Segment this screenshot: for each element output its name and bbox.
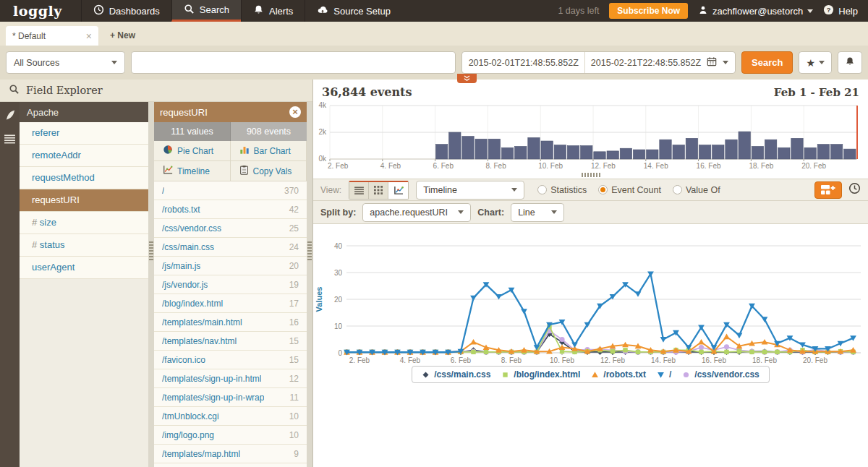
legend-item--css-main-css[interactable]: /css/main.css <box>422 369 490 380</box>
results-main: 36,844 events Feb 1 - Feb 21 2. Feb4. Fe… <box>313 80 868 467</box>
svg-text:2. Feb: 2. Feb <box>349 356 370 364</box>
legend-item--blog-index-html[interactable]: /blog/index.html <box>501 369 580 380</box>
nav-right-cluster: 1 days left Subscribe Now zachflower@use… <box>558 0 868 22</box>
value-row[interactable]: /robots.txt42 <box>154 200 307 219</box>
split-by-select[interactable]: apache.requestURI <box>362 203 471 222</box>
field-item-referer[interactable]: referer <box>20 122 148 145</box>
value-row[interactable]: /templates/nav.html15 <box>154 332 307 351</box>
value-row[interactable]: /css/main.css24 <box>154 238 307 257</box>
field-item-requestMethod[interactable]: requestMethod <box>20 167 148 189</box>
chart-type-label: Chart: <box>477 207 504 218</box>
list-view-icon <box>354 187 364 194</box>
user-menu[interactable]: zachflower@usetorch <box>698 5 813 17</box>
trial-countdown: 1 days left <box>558 6 599 16</box>
timeline-button[interactable]: Timeline <box>154 161 231 181</box>
list-view-button[interactable] <box>349 182 369 199</box>
events-total: 36,844 events <box>322 85 412 99</box>
svg-text:40: 40 <box>334 242 343 250</box>
legend-item--robots-txt[interactable]: /robots.txt <box>591 369 646 380</box>
add-to-dashboard-button[interactable] <box>814 181 842 199</box>
value-row[interactable]: /favicon.ico15 <box>154 351 307 369</box>
values-list: /370/robots.txt42/css/vendor.css25/css/m… <box>154 181 307 467</box>
nav-item-alerts[interactable]: Alerts <box>241 0 305 22</box>
radio-statistics[interactable]: Statistics <box>537 185 587 195</box>
search-toolbar: All Sources 2015-02-01T21:48:55.852Z 201… <box>0 46 868 80</box>
query-expander-button[interactable] <box>457 74 477 83</box>
pie-chart-icon <box>163 145 173 157</box>
value-row[interactable]: /blog/index.html17 <box>154 294 307 313</box>
square-marker-icon <box>501 371 509 379</box>
value-row[interactable]: /js/main.js20 <box>154 257 307 275</box>
field-item-userAgent[interactable]: userAgent <box>20 257 148 279</box>
value-row[interactable]: /templates/main.html16 <box>154 313 307 332</box>
field-item-size[interactable]: # size <box>20 212 148 234</box>
view-toolbar-right <box>814 181 861 199</box>
copy-values-button[interactable]: Copy Vals <box>231 161 307 181</box>
grid-view-button[interactable] <box>369 182 388 199</box>
search-query-input[interactable] <box>137 57 448 68</box>
chart-legend: /css/main.css/blog/index.html/robots.txt… <box>313 366 868 383</box>
close-icon[interactable]: × <box>86 31 92 41</box>
radio-value-of[interactable]: Value Of <box>673 185 720 195</box>
svg-text:20: 20 <box>334 296 343 304</box>
radio-event-count[interactable]: Event Count <box>598 185 661 195</box>
date-from-field[interactable]: 2015-02-01T21:48:55.852Z <box>469 58 579 68</box>
loggly-logo[interactable]: loggly <box>0 0 81 22</box>
events-histogram[interactable]: 2. Feb4. Feb6. Feb8. Feb10. Feb12. Feb14… <box>313 102 868 171</box>
new-tab-button[interactable]: + New <box>110 30 135 40</box>
field-item-status[interactable]: # status <box>20 234 148 257</box>
value-row[interactable]: /js/vendor.js19 <box>154 275 307 294</box>
legend-item--css-vendor-css[interactable]: /css/vendor.css <box>682 369 759 380</box>
results-header: 36,844 events Feb 1 - Feb 21 <box>313 80 868 102</box>
value-row[interactable]: /css/vendor.css25 <box>154 219 307 238</box>
timeline-view-button[interactable] <box>388 182 408 199</box>
sources-select[interactable]: All Sources <box>6 51 125 74</box>
nav-item-search[interactable]: Search <box>171 0 241 22</box>
value-row[interactable]: /blog/css/style.css9 <box>154 463 307 467</box>
value-row[interactable]: /templates/map.html9 <box>154 445 307 463</box>
values-panel: requestURI × 111 values 908 events Pie C… <box>154 102 307 467</box>
field-item-requestURI[interactable]: requestURI <box>20 189 148 212</box>
value-row[interactable]: /templates/sign-up-in-wrap11 <box>154 388 307 407</box>
field-group-apache[interactable]: Apache <box>20 102 148 122</box>
date-to-field[interactable]: 2015-02-21T22:48:55.852Z <box>591 58 701 68</box>
clock-icon[interactable] <box>848 182 861 197</box>
split-line-chart[interactable]: 010203040Values2. Feb4. Feb6. Feb8. Feb1… <box>313 224 868 369</box>
value-row[interactable]: /370 <box>154 181 307 200</box>
date-range-control[interactable]: 2015-02-01T21:48:55.852Z 2015-02-21T22:4… <box>461 51 736 74</box>
values-count-button[interactable]: 111 values <box>154 122 230 141</box>
saved-searches-button[interactable]: ★ <box>799 51 832 74</box>
top-nav: loggly Dashboards Search Alerts Source S… <box>0 0 868 22</box>
values-panel-stats: 111 values 908 events <box>154 122 307 141</box>
split-by-label: Split by: <box>320 207 356 218</box>
legend-item-root[interactable]: / <box>657 369 671 380</box>
quill-icon[interactable] <box>4 109 16 124</box>
svg-text:?: ? <box>827 7 831 14</box>
histogram-resize-handle[interactable] <box>313 171 868 179</box>
panel-resize-handle[interactable] <box>307 102 312 467</box>
search-button[interactable]: Search <box>741 51 793 74</box>
field-list-resize-handle[interactable] <box>148 102 154 467</box>
field-item-remoteAddr[interactable]: remoteAddr <box>20 145 148 167</box>
close-icon[interactable]: × <box>289 106 301 118</box>
tab-default[interactable]: * Default × <box>6 26 98 46</box>
help-menu[interactable]: ? Help <box>823 4 858 17</box>
list-icon[interactable] <box>4 134 15 147</box>
value-row[interactable]: /img/logo.png10 <box>154 426 307 445</box>
svg-text:10. Feb: 10. Feb <box>550 356 574 364</box>
create-alert-button[interactable] <box>838 51 862 74</box>
value-row[interactable]: /tmUnblock.cgi10 <box>154 407 307 426</box>
svg-text:20. Feb: 20. Feb <box>803 356 827 364</box>
value-row[interactable]: /templates/sign-up-in.html12 <box>154 369 307 388</box>
field-explorer-title: Field Explorer <box>26 85 103 96</box>
pie-chart-button[interactable]: Pie Chart <box>154 141 231 161</box>
nav-item-source-setup[interactable]: Source Setup <box>305 0 402 22</box>
chart-type-select[interactable]: Line <box>511 203 564 222</box>
subscribe-now-button[interactable]: Subscribe Now <box>609 3 688 19</box>
events-count-button[interactable]: 908 events <box>231 122 307 141</box>
calendar-icon[interactable] <box>707 56 717 69</box>
double-chevron-down-icon <box>463 75 471 82</box>
timeline-select[interactable]: Timeline <box>416 181 524 200</box>
nav-item-dashboards[interactable]: Dashboards <box>81 0 171 22</box>
bar-chart-button[interactable]: Bar Chart <box>231 141 307 161</box>
